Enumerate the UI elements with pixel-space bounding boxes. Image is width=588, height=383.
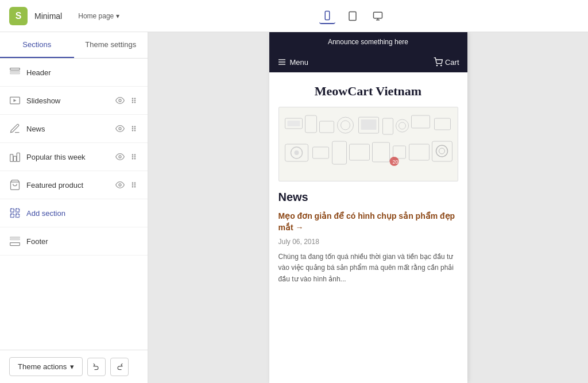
popular-section-actions bbox=[115, 152, 138, 161]
svg-point-24 bbox=[134, 130, 135, 131]
svg-rect-4 bbox=[374, 12, 382, 18]
svg-point-30 bbox=[134, 154, 135, 155]
featured-product-drag-handle[interactable] bbox=[129, 180, 138, 189]
sidebar-tabs: Sections Theme settings bbox=[0, 32, 148, 59]
menu-icon bbox=[277, 57, 287, 67]
section-item-news[interactable]: News bbox=[0, 115, 148, 143]
svg-point-32 bbox=[134, 156, 135, 157]
section-item-slideshow[interactable]: Slideshow bbox=[0, 87, 148, 115]
svg-rect-44 bbox=[16, 209, 20, 212]
section-item-header[interactable]: Header bbox=[0, 59, 148, 87]
svg-rect-7 bbox=[10, 68, 20, 70]
news-section-actions bbox=[115, 124, 138, 133]
svg-point-39 bbox=[132, 184, 133, 185]
undo-button[interactable] bbox=[87, 358, 106, 376]
svg-point-42 bbox=[134, 187, 135, 187]
preview-nav-left: Menu bbox=[277, 57, 309, 67]
svg-rect-49 bbox=[10, 239, 20, 240]
svg-rect-26 bbox=[14, 156, 17, 161]
slideshow-section-label: Slideshow bbox=[26, 96, 110, 105]
theme-name: Minimal bbox=[34, 11, 62, 21]
svg-rect-2 bbox=[349, 11, 356, 20]
svg-point-71 bbox=[294, 150, 299, 155]
header-section-label: Header bbox=[26, 68, 138, 77]
svg-point-33 bbox=[132, 158, 133, 159]
svg-point-53 bbox=[436, 65, 437, 65]
slideshow-section-actions bbox=[115, 96, 138, 105]
preview-announcement-bar: Announce something here bbox=[269, 32, 467, 52]
svg-point-31 bbox=[132, 156, 133, 157]
svg-point-36 bbox=[119, 184, 121, 186]
chevron-down-icon: ▾ bbox=[116, 12, 119, 20]
preview-article-excerpt: Chúng ta đang tốn quá nhiều thời gian và… bbox=[278, 252, 458, 285]
svg-rect-25 bbox=[10, 154, 13, 162]
news-drag-handle[interactable] bbox=[129, 124, 138, 133]
shopify-logo: S bbox=[9, 7, 28, 25]
svg-point-20 bbox=[134, 126, 135, 127]
nav-menu-label: Menu bbox=[290, 58, 309, 67]
sidebar-sections-list: Header Slideshow bbox=[0, 59, 148, 350]
add-section-button[interactable]: Add section bbox=[0, 199, 148, 227]
tab-theme-settings[interactable]: Theme settings bbox=[74, 32, 148, 58]
page-selector-label: Home page bbox=[78, 12, 114, 20]
topbar: S Minimal Home page ▾ bbox=[0, 0, 588, 32]
featured-product-section-icon bbox=[9, 179, 21, 191]
slideshow-drag-handle[interactable] bbox=[129, 96, 138, 105]
svg-rect-45 bbox=[11, 214, 14, 218]
tablet-view-button[interactable] bbox=[345, 8, 361, 24]
theme-actions-label: Theme actions bbox=[18, 362, 67, 371]
preview-article-date: July 06, 2018 bbox=[278, 238, 458, 246]
svg-rect-46 bbox=[16, 214, 20, 218]
sidebar-bottom: Theme actions ▾ bbox=[0, 350, 148, 383]
svg-rect-0 bbox=[325, 11, 330, 20]
svg-rect-8 bbox=[10, 71, 20, 72]
slideshow-section-icon bbox=[9, 95, 21, 106]
add-section-label: Add section bbox=[26, 209, 65, 218]
nav-cart-label: Cart bbox=[445, 58, 459, 67]
news-section-label: News bbox=[26, 125, 110, 133]
svg-point-22 bbox=[134, 128, 135, 129]
desktop-view-button[interactable] bbox=[370, 8, 386, 24]
popular-visibility-toggle[interactable] bbox=[115, 152, 125, 161]
svg-rect-43 bbox=[11, 209, 14, 212]
theme-actions-button[interactable]: Theme actions ▾ bbox=[9, 357, 83, 376]
svg-point-16 bbox=[132, 102, 133, 103]
header-section-icon bbox=[9, 67, 21, 78]
popular-section-label: Popular this week bbox=[26, 153, 110, 161]
footer-section-icon bbox=[9, 235, 21, 247]
svg-point-13 bbox=[134, 98, 135, 99]
preview-navigation: Menu Cart bbox=[269, 52, 467, 72]
preview-frame: Announce something here Menu Cart bbox=[269, 32, 467, 383]
svg-point-41 bbox=[132, 187, 133, 187]
svg-point-15 bbox=[134, 100, 135, 100]
svg-point-54 bbox=[441, 65, 442, 65]
svg-text:20: 20 bbox=[392, 159, 398, 165]
section-item-popular[interactable]: Popular this week bbox=[0, 143, 148, 171]
news-section-icon bbox=[9, 123, 21, 134]
tab-sections[interactable]: Sections bbox=[0, 32, 74, 58]
svg-rect-47 bbox=[10, 243, 20, 246]
svg-point-23 bbox=[132, 130, 133, 131]
featured-product-visibility-toggle[interactable] bbox=[115, 180, 125, 189]
page-selector[interactable]: Home page ▾ bbox=[78, 12, 119, 20]
section-item-featured-product[interactable]: Featured product bbox=[0, 171, 148, 199]
news-visibility-toggle[interactable] bbox=[115, 124, 125, 133]
mobile-view-button[interactable] bbox=[319, 8, 335, 24]
sidebar: Sections Theme settings Header bbox=[0, 32, 148, 383]
svg-point-38 bbox=[134, 183, 135, 183]
svg-rect-9 bbox=[10, 73, 20, 74]
popular-drag-handle[interactable] bbox=[129, 152, 138, 161]
slideshow-visibility-toggle[interactable] bbox=[115, 96, 125, 105]
featured-product-section-label: Featured product bbox=[26, 181, 110, 189]
svg-point-21 bbox=[132, 128, 133, 129]
announcement-text: Announce something here bbox=[328, 38, 408, 46]
svg-rect-27 bbox=[17, 153, 20, 161]
preview-hero-image: 20 bbox=[278, 107, 458, 181]
main-layout: Sections Theme settings Header bbox=[0, 32, 588, 383]
svg-point-12 bbox=[132, 98, 133, 99]
preview-article-title[interactable]: Mẹo đơn giản để có hình chụp sản phẩm đẹ… bbox=[278, 211, 458, 233]
section-item-footer[interactable]: Footer bbox=[0, 227, 148, 256]
svg-rect-48 bbox=[10, 237, 20, 238]
redo-button[interactable] bbox=[110, 358, 129, 376]
svg-point-28 bbox=[119, 156, 121, 158]
